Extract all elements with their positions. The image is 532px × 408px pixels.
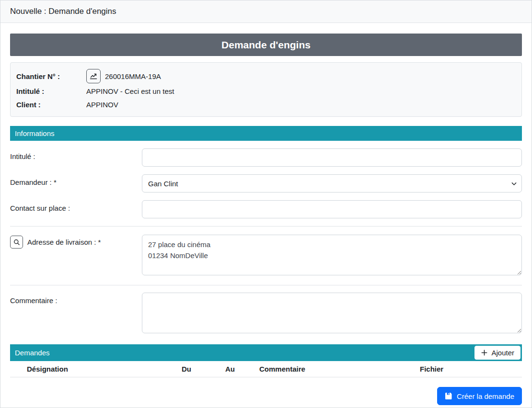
commentaire-row: Commentaire : — [10, 293, 522, 335]
chantier-graph-button[interactable] — [86, 69, 101, 83]
chantier-client-label: Client : — [16, 101, 86, 109]
contact-row: Contact sur place : — [10, 200, 522, 218]
ajouter-button[interactable]: Ajouter — [474, 346, 520, 360]
chantier-client-row: Client : APPINOV — [16, 98, 516, 111]
chantier-intitule-label: Intitulé : — [16, 87, 86, 95]
page-title: Nouvelle : Demande d'engins — [10, 7, 116, 16]
creer-demande-label: Créer la demande — [457, 392, 514, 400]
adresse-search-button[interactable] — [10, 236, 23, 249]
intitule-row: Intitulé : — [10, 148, 522, 167]
commentaire-label: Commentaire : — [10, 293, 142, 305]
column-header-commentaire: Commentaire — [259, 365, 420, 373]
intitule-input[interactable] — [142, 148, 522, 167]
informations-section-header: Informations — [10, 126, 522, 141]
search-icon — [13, 239, 20, 246]
column-header-designation: Désignation — [10, 365, 172, 373]
commentaire-textarea[interactable] — [142, 293, 522, 333]
demandes-section-header: Demandes Ajouter — [10, 344, 522, 361]
adresse-label: Adresse de livraison : * — [27, 238, 101, 246]
contact-label: Contact sur place : — [10, 200, 142, 212]
demandeur-label: Demandeur : * — [10, 174, 142, 186]
column-header-fichier: Fichier — [420, 365, 522, 373]
chantier-number-row: Chantier N° : 260016MMA-19A — [16, 68, 516, 84]
creer-demande-button[interactable]: Créer la demande — [437, 387, 522, 405]
chantier-intitule-value: APPINOV - Ceci est un test — [86, 87, 174, 95]
main-content: Demande d'engins Chantier N° : 260016MMA… — [0, 34, 532, 405]
graph-up-icon — [90, 72, 97, 80]
divider — [10, 285, 522, 285]
adresse-textarea[interactable]: 27 place du cinéma 01234 NomDeVille — [142, 235, 522, 275]
window-title-bar: Nouvelle : Demande d'engins — [0, 0, 532, 23]
chantier-client-value: APPINOV — [86, 101, 118, 109]
intitule-label: Intitulé : — [10, 148, 142, 160]
demandes-table-header: Désignation Du Au Commentaire Fichier — [10, 361, 522, 377]
demandeur-row: Demandeur : * Gan Clint — [10, 174, 522, 193]
column-header-au: Au — [216, 365, 259, 373]
form-banner: Demande d'engins — [10, 34, 522, 56]
chantier-info-box: Chantier N° : 260016MMA-19A Intitulé : A… — [10, 62, 522, 117]
demandes-section-title: Demandes — [15, 349, 474, 357]
form-banner-title: Demande d'engins — [221, 39, 311, 51]
plus-icon — [481, 349, 488, 356]
adresse-row: Adresse de livraison : * 27 place du cin… — [10, 235, 522, 277]
column-header-du: Du — [172, 365, 216, 373]
demandeur-select[interactable]: Gan Clint — [142, 174, 522, 193]
informations-section-title: Informations — [15, 129, 55, 137]
contact-input[interactable] — [142, 200, 522, 218]
footer-actions: Créer la demande — [10, 387, 522, 405]
chantier-number-value: 260016MMA-19A — [105, 72, 161, 80]
divider — [10, 226, 522, 227]
chantier-intitule-row: Intitulé : APPINOV - Ceci est un test — [16, 85, 516, 97]
save-icon — [445, 392, 452, 400]
chantier-number-label: Chantier N° : — [16, 72, 86, 80]
ajouter-button-label: Ajouter — [491, 349, 514, 357]
